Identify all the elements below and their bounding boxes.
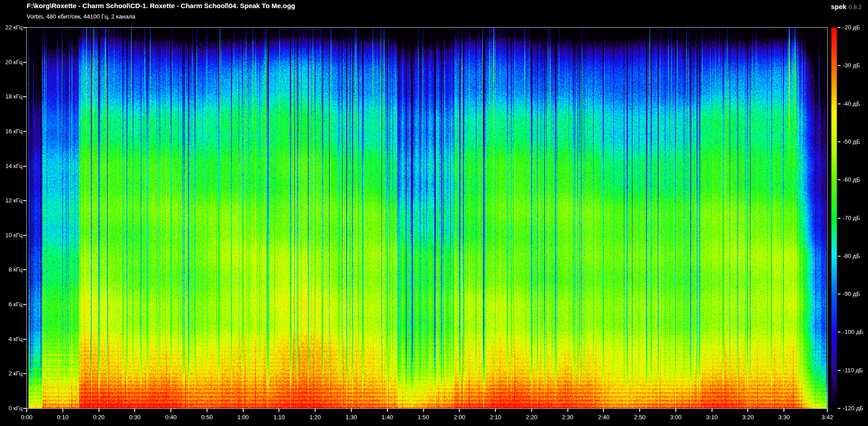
freq-tick-label: 16 кГц [0,128,23,135]
db-tick-label: -40 дБ [843,100,860,108]
time-tick [827,409,828,412]
time-tick [531,409,532,412]
time-tick-label: 1:10 [265,414,292,421]
db-tick-label: -110 дБ [843,367,863,374]
spectrogram [27,28,827,408]
time-tick [675,409,676,412]
freq-tick-label: 12 кГц [0,197,23,204]
freq-tick [23,166,26,167]
db-tick-label: -30 дБ [843,62,860,69]
file-path-title: F:\korg\Roxette - Charm School\CD-1. Rox… [27,2,295,9]
time-tick-label: 2:00 [446,414,473,421]
db-tick [838,332,840,332]
db-tick [838,27,840,28]
time-tick [567,409,568,412]
freq-tick [23,131,26,132]
db-tick-label: -70 дБ [843,215,860,222]
time-tick-label: 3:10 [698,414,726,421]
time-tick [712,409,712,412]
freq-tick-label: 18 кГц [0,93,23,100]
time-tick [26,409,27,412]
app-version: 0.8.2 [849,4,862,10]
time-tick [62,409,63,412]
freq-tick [23,62,26,63]
db-tick-label: -120 дБ [843,405,863,412]
spek-window: F:\korg\Roxette - Charm School\CD-1. Rox… [0,0,868,426]
db-tick [838,218,840,219]
time-tick-label: 0:00 [13,414,40,421]
db-tick-label: -20 дБ [843,24,860,31]
db-tick-label: -100 дБ [843,328,863,336]
time-tick-label: 3:20 [734,414,761,421]
time-tick-label: 3:30 [770,414,797,421]
db-tick [838,256,840,257]
freq-tick-label: 10 кГц [0,232,23,239]
freq-tick-label: 6 кГц [0,301,23,308]
freq-tick [23,304,26,305]
time-tick [207,409,208,412]
freq-tick-label: 2 кГц [0,370,23,377]
db-tick-label: -90 дБ [843,290,860,298]
time-tick [170,409,171,412]
freq-tick [23,27,26,28]
time-tick-label: 1:00 [230,414,257,421]
time-tick-label: 0:40 [157,414,184,421]
time-tick [459,409,460,412]
db-tick [838,103,840,104]
time-tick-label: 1:20 [302,414,329,421]
db-tick [838,370,840,371]
time-tick [783,409,784,412]
time-tick [315,409,316,412]
time-tick-label: 2:30 [554,414,581,421]
freq-tick-label: 14 кГц [0,163,23,170]
audio-format-info: Vorbis, 480 кбит/сек, 44100 Гц, 2 канала [27,13,135,20]
app-name: spek [831,3,846,10]
db-tick [838,408,840,409]
time-tick-label: 2:10 [482,414,509,421]
db-tick [838,65,840,66]
freq-tick-label: 4 кГц [0,336,23,343]
time-tick [351,409,352,412]
freq-tick [23,200,26,201]
time-tick [278,409,279,412]
freq-tick [23,269,26,270]
time-tick [243,409,244,412]
time-tick [495,409,496,412]
db-tick [838,179,840,180]
time-tick-label: 3:42 [814,414,841,421]
freq-tick [23,408,26,409]
time-tick-label: 1:50 [410,414,437,421]
time-tick [603,409,604,412]
freq-tick [23,339,26,340]
app-brand: spek0.8.2 [831,3,862,11]
time-tick [99,409,99,412]
time-tick-label: 0:50 [193,414,221,421]
freq-tick-label: 22 кГц [0,24,23,31]
time-tick-label: 1:30 [338,414,365,421]
freq-tick-label: 8 кГц [0,266,23,273]
time-tick-label: 3:00 [662,414,689,421]
time-tick-label: 2:40 [590,414,617,421]
time-tick-label: 2:50 [626,414,653,421]
time-tick [639,409,640,412]
db-tick-label: -60 дБ [843,176,860,183]
freq-tick [23,96,26,97]
freq-tick [23,235,26,236]
time-tick-label: 0:30 [121,414,148,421]
time-tick [134,409,135,412]
time-tick-label: 0:20 [85,414,113,421]
db-colorbar [831,28,837,408]
freq-tick-label: 20 кГц [0,59,23,66]
time-tick-label: 2:20 [518,414,545,421]
db-tick [838,141,840,142]
time-tick-label: 0:10 [49,414,76,421]
freq-tick [23,373,26,374]
db-tick-label: -80 дБ [843,253,860,260]
db-tick-label: -50 дБ [843,138,860,145]
freq-tick-label: 0 кГц [0,405,23,412]
time-tick [387,409,388,412]
time-tick [423,409,424,412]
db-tick [838,294,840,295]
time-tick-label: 1:40 [374,414,401,421]
time-tick [747,409,748,412]
